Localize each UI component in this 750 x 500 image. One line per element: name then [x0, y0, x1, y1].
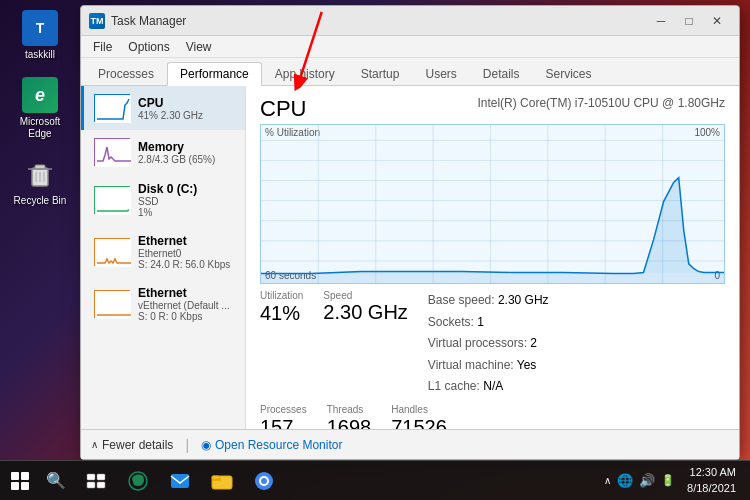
- handles-block: Handles 71526: [391, 404, 447, 429]
- threads-label: Threads: [327, 404, 372, 415]
- taskbar-search[interactable]: 🔍: [40, 461, 72, 501]
- desktop-icon-label-recycle: Recycle Bin: [14, 195, 67, 207]
- disk-sub: 1%: [138, 207, 235, 218]
- right-stats: Base speed: 2.30 GHz Sockets: 1 Virtual …: [428, 290, 549, 398]
- stats-row: Utilization 41% Speed 2.30 GHz Base spee…: [260, 290, 725, 398]
- ethernet2-name: Ethernet: [138, 286, 235, 300]
- handles-value: 71526: [391, 415, 447, 429]
- speed-label: Speed: [323, 290, 407, 301]
- tab-performance[interactable]: Performance: [167, 62, 262, 86]
- separator: |: [185, 437, 189, 453]
- base-speed-label: Base speed:: [428, 293, 495, 307]
- taskbar-taskview[interactable]: [76, 462, 116, 500]
- sidebar-item-ethernet2[interactable]: Ethernet vEthernet (Default ... S: 0 R: …: [81, 278, 245, 330]
- close-button[interactable]: ✕: [703, 7, 731, 35]
- svg-point-39: [261, 478, 267, 484]
- window-title: Task Manager: [111, 14, 647, 28]
- sidebar-item-ethernet1[interactable]: Ethernet Ethernet0 S: 24.0 R: 56.0 Kbps: [81, 226, 245, 278]
- tab-startup[interactable]: Startup: [348, 62, 413, 85]
- open-resource-monitor-link[interactable]: ◉ Open Resource Monitor: [201, 438, 342, 452]
- vm-value: Yes: [517, 358, 537, 372]
- svg-rect-28: [87, 474, 95, 480]
- svg-rect-33: [171, 474, 189, 488]
- system-clock[interactable]: 12:30 AM 8/18/2021: [679, 465, 744, 496]
- menu-options[interactable]: Options: [120, 38, 177, 56]
- vm-label: Virtual machine:: [428, 358, 514, 372]
- ethernet1-info: Ethernet Ethernet0 S: 24.0 R: 56.0 Kbps: [138, 234, 235, 270]
- l1cache-value: N/A: [483, 379, 503, 393]
- cpu-panel-title: CPU: [260, 96, 306, 122]
- fewer-details-button[interactable]: ∧ Fewer details: [91, 438, 173, 452]
- memory-thumbnail: [94, 138, 130, 166]
- memory-name: Memory: [138, 140, 235, 154]
- cpu-sub: 41% 2.30 GHz: [138, 110, 235, 121]
- tab-services[interactable]: Services: [533, 62, 605, 85]
- speed-value: 2.30 GHz: [323, 301, 407, 324]
- disk-name: Disk 0 (C:): [138, 182, 235, 196]
- maximize-button[interactable]: □: [675, 7, 703, 35]
- sockets-row: Sockets: 1: [428, 312, 549, 334]
- cpu-model: Intel(R) Core(TM) i7-10510U CPU @ 1.80GH…: [477, 96, 725, 110]
- clock-time: 12:30 AM: [687, 465, 736, 480]
- volume-icon[interactable]: 🔊: [639, 473, 655, 488]
- svg-rect-7: [95, 139, 131, 167]
- desktop-icon-label-taskkill: taskkill: [25, 49, 55, 61]
- tab-bar: Processes Performance App history Startu…: [81, 58, 739, 86]
- tab-processes[interactable]: Processes: [85, 62, 167, 85]
- disk-info: Disk 0 (C:) SSD 1%: [138, 182, 235, 218]
- ethernet1-thumbnail: [94, 238, 130, 266]
- desktop-icons: T taskkill e MicrosoftEdge Recycle Bin: [10, 10, 70, 207]
- sockets-label: Sockets:: [428, 315, 474, 329]
- tab-users[interactable]: Users: [412, 62, 469, 85]
- sidebar-item-cpu[interactable]: CPU 41% 2.30 GHz: [81, 86, 245, 130]
- resource-monitor-icon: ◉: [201, 438, 211, 452]
- taskbar-chrome[interactable]: [244, 462, 284, 500]
- taskbar-mail[interactable]: [160, 462, 200, 500]
- right-stats-block: Base speed: 2.30 GHz Sockets: 1 Virtual …: [428, 290, 549, 398]
- fewer-details-label: Fewer details: [102, 438, 173, 452]
- memory-sub: 2.8/4.3 GB (65%): [138, 154, 235, 165]
- disk-thumbnail: [94, 186, 130, 214]
- svg-rect-36: [212, 476, 219, 479]
- ethernet2-info: Ethernet vEthernet (Default ... S: 0 R: …: [138, 286, 235, 322]
- handles-label: Handles: [391, 404, 447, 415]
- sidebar-item-memory[interactable]: Memory 2.8/4.3 GB (65%): [81, 130, 245, 174]
- taskbar-explorer[interactable]: [202, 462, 242, 500]
- ethernet2-thumbnail: [94, 290, 130, 318]
- svg-rect-29: [97, 474, 105, 480]
- desktop-icon-edge[interactable]: e MicrosoftEdge: [10, 77, 70, 140]
- disk-sub2: SSD: [138, 196, 235, 207]
- system-tray: ∧ 🌐 🔊 🔋 12:30 AM 8/18/2021: [604, 465, 750, 496]
- taskbar-edge[interactable]: [118, 462, 158, 500]
- network-icon[interactable]: 🌐: [617, 473, 633, 488]
- bottom-bar: ∧ Fewer details | ◉ Open Resource Monito…: [81, 429, 739, 459]
- taskbar: 🔍 ∧ 🌐 🔊 🔋 12:30 AM: [0, 460, 750, 500]
- processes-value: 157: [260, 415, 307, 429]
- minimize-button[interactable]: ─: [647, 7, 675, 35]
- tray-icons: ∧ 🌐 🔊 🔋: [604, 473, 675, 488]
- task-manager-window: TM Task Manager ─ □ ✕ File Options View …: [80, 5, 740, 460]
- tab-app-history[interactable]: App history: [262, 62, 348, 85]
- ethernet2-sub: S: 0 R: 0 Kbps: [138, 311, 235, 322]
- sidebar: CPU 41% 2.30 GHz Memory: [81, 86, 246, 429]
- second-stats-row: Processes 157 Threads 1698 Handles 71526: [260, 404, 725, 429]
- menu-file[interactable]: File: [85, 38, 120, 56]
- menu-view[interactable]: View: [178, 38, 220, 56]
- tab-details[interactable]: Details: [470, 62, 533, 85]
- main-stats: Utilization 41% Speed 2.30 GHz Base spee…: [260, 290, 549, 398]
- start-button[interactable]: [0, 461, 40, 501]
- show-hidden-icon[interactable]: ∧: [604, 475, 611, 486]
- cpu-detail-panel: CPU Intel(R) Core(TM) i7-10510U CPU @ 1.…: [246, 86, 739, 429]
- svg-marker-25: [261, 178, 724, 283]
- content-area: CPU 41% 2.30 GHz Memory: [81, 86, 739, 429]
- cpu-header: CPU Intel(R) Core(TM) i7-10510U CPU @ 1.…: [260, 96, 725, 122]
- base-speed-row: Base speed: 2.30 GHz: [428, 290, 549, 312]
- cpu-thumbnail: [94, 94, 130, 122]
- cpu-info: CPU 41% 2.30 GHz: [138, 96, 235, 121]
- desktop-icon-recycle[interactable]: Recycle Bin: [10, 156, 70, 207]
- desktop-icon-taskkill[interactable]: T taskkill: [10, 10, 70, 61]
- svg-rect-31: [97, 482, 105, 488]
- vproc-row: Virtual processors: 2: [428, 333, 549, 355]
- memory-info: Memory 2.8/4.3 GB (65%): [138, 140, 235, 165]
- sidebar-item-disk[interactable]: Disk 0 (C:) SSD 1%: [81, 174, 245, 226]
